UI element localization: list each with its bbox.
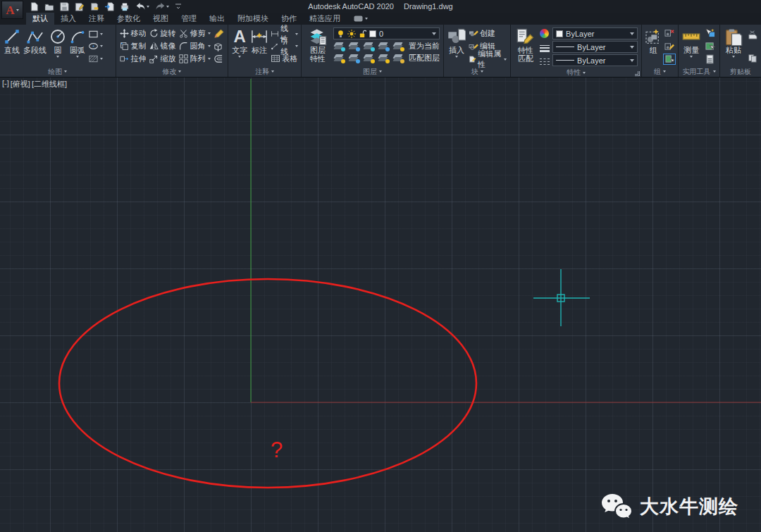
group-edit-button[interactable] — [663, 41, 676, 52]
layer-select-dropdown[interactable]: 0 — [333, 27, 440, 39]
hatch-tool-button[interactable] — [88, 53, 103, 64]
layer-freeze-button[interactable] — [363, 41, 375, 51]
stretch-tool-button[interactable]: 拉伸 — [120, 54, 147, 64]
panel-label-block[interactable]: 块 — [444, 66, 510, 77]
line-tool-button[interactable]: 直线 — [2, 26, 22, 66]
group-button[interactable]: 组 — [644, 26, 662, 66]
text-tool-button[interactable]: A 文字 — [230, 26, 249, 66]
panel-label-layers[interactable]: 图层 — [302, 66, 443, 77]
linetype-icon[interactable] — [540, 58, 550, 65]
explode-tool-button[interactable] — [213, 41, 224, 52]
insert-caret-icon — [455, 56, 458, 58]
polyline-icon — [26, 27, 44, 46]
save-as-button[interactable] — [75, 2, 85, 11]
leader-button[interactable]: 引线 — [271, 41, 298, 52]
save-button[interactable] — [60, 2, 69, 11]
create-block-button[interactable]: 创建 — [469, 27, 507, 39]
panel-label-draw[interactable]: 绘图 — [0, 66, 116, 77]
array-tool-button[interactable]: 阵列 — [179, 54, 211, 64]
paste-button[interactable]: 粘贴 — [722, 26, 745, 66]
tab-addins[interactable]: 附加模块 — [231, 13, 275, 25]
measure-caret-icon — [690, 56, 693, 58]
panel-label-utilities[interactable]: 实用工具 — [679, 66, 719, 77]
quick-calculator-button[interactable] — [703, 54, 716, 65]
select-all-button[interactable] — [703, 41, 716, 52]
ungroup-button[interactable] — [663, 27, 676, 39]
offset-tool-button[interactable] — [213, 53, 224, 64]
object-color-dropdown[interactable]: ByLayer — [552, 27, 638, 39]
print-button[interactable] — [120, 2, 130, 11]
tab-parametric[interactable]: 参数化 — [111, 13, 147, 25]
drawing-canvas[interactable]: [-] [俯视] [二维线框] ? 大水牛测绘 — [0, 78, 761, 532]
set-current-button[interactable]: 置为当前 — [409, 41, 440, 51]
viewport-view-control[interactable]: [俯视] — [11, 79, 30, 89]
export-button[interactable] — [105, 2, 114, 11]
arc-tool-button[interactable]: 圆弧 — [68, 26, 87, 66]
drawn-ellipse[interactable] — [59, 279, 476, 488]
table-button[interactable]: 表格 — [271, 53, 298, 64]
move-tool-button[interactable]: 移动 — [120, 28, 147, 39]
tab-insert[interactable]: 插入 — [54, 13, 82, 25]
copy-tool-button[interactable]: 复制 — [120, 41, 147, 51]
redo-button[interactable] — [155, 2, 169, 11]
viewport-visual-style-control[interactable]: [二维线框] — [32, 79, 67, 89]
dimension-tool-button[interactable]: 标注 — [249, 26, 270, 66]
rectangle-tool-button[interactable] — [88, 28, 103, 39]
match-layer-button[interactable]: 匹配图层 — [409, 53, 440, 63]
cut-clip-button[interactable] — [746, 29, 759, 40]
rotate-tool-button[interactable]: 旋转 — [149, 28, 176, 39]
layer-isolate-button[interactable] — [348, 41, 360, 51]
panel-label-groups[interactable]: 组 — [642, 66, 678, 77]
layer-unlock-button[interactable] — [378, 53, 390, 63]
array-icon — [179, 54, 188, 63]
tab-annotate[interactable]: 注释 — [82, 13, 111, 25]
panel-label-modify[interactable]: 修改 — [116, 66, 228, 77]
undo-button[interactable] — [135, 2, 149, 11]
viewport-menu-control[interactable]: [-] — [2, 79, 9, 89]
measure-button[interactable]: 测量 — [681, 26, 702, 66]
insert-block-button[interactable]: 插入 — [446, 26, 467, 66]
match-properties-button[interactable]: 特性 匹配 — [513, 26, 538, 68]
properties-panel-expander[interactable] — [635, 71, 640, 76]
mirror-tool-button[interactable]: 镜像 — [149, 41, 176, 51]
lineweight-dropdown[interactable]: ByLayer — [552, 41, 638, 53]
color-wheel-icon[interactable] — [540, 29, 549, 38]
group-selection-toggle[interactable] — [663, 54, 676, 65]
panel-label-properties[interactable]: 特性 — [511, 68, 641, 78]
circle-tool-button[interactable]: 圆 — [48, 26, 68, 66]
layer-properties-button[interactable]: 图层 特性 — [304, 26, 332, 66]
plot-stamp-button[interactable] — [90, 2, 99, 11]
lineweight-icon[interactable] — [540, 45, 550, 52]
tab-default[interactable]: 默认 — [26, 13, 54, 25]
new-file-button[interactable] — [30, 2, 39, 11]
layer-off-button[interactable] — [333, 41, 345, 51]
linetype-dropdown[interactable]: ByLayer — [552, 54, 638, 66]
application-menu-button[interactable]: A — [1, 1, 23, 19]
layer-unisolate-button[interactable] — [348, 53, 360, 63]
doc-title-text: Drawing1.dwg — [404, 2, 453, 11]
edit-attributes-button[interactable]: 编辑属性 — [469, 54, 507, 65]
layer-lock-button[interactable] — [378, 41, 390, 51]
panel-label-annotate[interactable]: 注释 — [228, 66, 301, 77]
trim-tool-button[interactable]: 修剪 — [179, 28, 211, 39]
copy-icon — [120, 42, 129, 51]
quick-select-button[interactable] — [703, 27, 716, 39]
lineweight-sample — [556, 47, 574, 47]
erase-tool-button[interactable] — [213, 28, 224, 39]
tab-output[interactable]: 输出 — [203, 13, 231, 25]
copy-clip-button[interactable] — [746, 52, 759, 63]
circle-caret-icon — [56, 56, 59, 58]
ellipse-tool-button[interactable] — [88, 41, 103, 52]
tab-view[interactable]: 视图 — [147, 13, 175, 25]
open-file-button[interactable] — [44, 2, 54, 11]
layer-thaw-button[interactable] — [363, 53, 375, 63]
scale-tool-button[interactable]: 缩放 — [149, 54, 176, 64]
qat-customize-button[interactable] — [175, 3, 182, 10]
fillet-tool-button[interactable]: 圆角 — [179, 41, 211, 51]
layer-on-all-button[interactable] — [333, 53, 345, 63]
polyline-tool-button[interactable]: 多段线 — [22, 26, 48, 66]
ribbon-display-toggle[interactable] — [354, 13, 368, 25]
tab-featured-apps[interactable]: 精选应用 — [303, 13, 347, 25]
tab-manage[interactable]: 管理 — [175, 13, 203, 25]
panel-label-clipboard[interactable]: 剪贴板 — [720, 66, 761, 77]
